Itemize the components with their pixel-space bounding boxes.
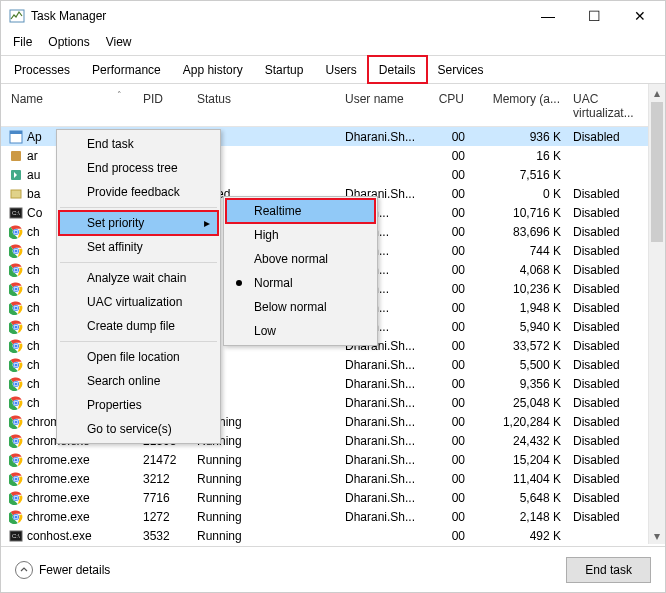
- svg-point-51: [14, 420, 17, 423]
- process-name: chrome.exe: [27, 472, 90, 486]
- cell-mem: 33,572 K: [471, 339, 567, 353]
- svg-point-55: [14, 439, 17, 442]
- fewer-details-button[interactable]: Fewer details: [15, 561, 110, 579]
- cell-mem: 0 K: [471, 187, 567, 201]
- ctx-uac-virtualization[interactable]: UAC virtualization: [59, 290, 218, 314]
- priority-normal[interactable]: Normal: [226, 271, 375, 295]
- ctx-provide-feedback[interactable]: Provide feedback: [59, 180, 218, 204]
- process-icon: [9, 225, 23, 239]
- table-row[interactable]: chrome.exe3212RunningDharani.Sh...0011,4…: [1, 469, 665, 488]
- fewer-details-label: Fewer details: [39, 563, 110, 577]
- menu-options[interactable]: Options: [42, 33, 99, 51]
- footer: Fewer details End task: [1, 546, 665, 592]
- cell-uac: Disabled: [567, 206, 659, 220]
- cell-cpu: 00: [427, 434, 471, 448]
- end-task-button[interactable]: End task: [566, 557, 651, 583]
- tab-app-history[interactable]: App history: [172, 56, 254, 83]
- cell-status: Running: [191, 472, 339, 486]
- cell-mem: 83,696 K: [471, 225, 567, 239]
- process-icon: C:\: [9, 529, 23, 543]
- process-name: ch: [27, 320, 40, 334]
- process-name: conhost.exe: [27, 529, 92, 543]
- col-pid[interactable]: PID: [137, 92, 191, 120]
- tab-startup[interactable]: Startup: [254, 56, 315, 83]
- col-name[interactable]: Name: [1, 92, 137, 120]
- table-row[interactable]: C:\conhost.exe3532Running00492 K: [1, 526, 665, 544]
- col-mem[interactable]: Memory (a...: [471, 92, 567, 120]
- close-button[interactable]: ✕: [617, 1, 663, 31]
- process-name: ar: [27, 149, 38, 163]
- ctx-properties[interactable]: Properties: [59, 393, 218, 417]
- cell-cpu: 00: [427, 415, 471, 429]
- cell-cpu: 00: [427, 263, 471, 277]
- ctx-end-process-tree[interactable]: End process tree: [59, 156, 218, 180]
- svg-rect-3: [11, 151, 21, 161]
- priority-low[interactable]: Low: [226, 319, 375, 343]
- process-icon: [9, 510, 23, 524]
- cell-mem: 5,648 K: [471, 491, 567, 505]
- priority-below-normal[interactable]: Below normal: [226, 295, 375, 319]
- col-user[interactable]: User name: [339, 92, 427, 120]
- priority-realtime[interactable]: Realtime: [226, 199, 375, 223]
- ctx-open-file-location[interactable]: Open file location: [59, 345, 218, 369]
- scroll-thumb[interactable]: [651, 102, 663, 242]
- cell-uac: Disabled: [567, 377, 659, 391]
- cell-uac: Disabled: [567, 358, 659, 372]
- svg-point-39: [14, 363, 17, 366]
- submenu-arrow-icon: ▸: [204, 216, 210, 230]
- svg-point-63: [14, 477, 17, 480]
- tab-processes[interactable]: Processes: [3, 56, 81, 83]
- cell-pid: 21472: [137, 453, 191, 467]
- ctx-analyze-wait-chain[interactable]: Analyze wait chain: [59, 266, 218, 290]
- col-status[interactable]: Status: [191, 92, 339, 120]
- menu-view[interactable]: View: [100, 33, 142, 51]
- col-uac[interactable]: UAC virtualizat...: [567, 92, 659, 120]
- tab-performance[interactable]: Performance: [81, 56, 172, 83]
- context-menu: End task End process tree Provide feedba…: [56, 129, 221, 444]
- process-name: ch: [27, 244, 40, 258]
- cell-uac: Disabled: [567, 187, 659, 201]
- cell-cpu: 00: [427, 472, 471, 486]
- process-icon: [9, 263, 23, 277]
- ctx-create-dump-file[interactable]: Create dump file: [59, 314, 218, 338]
- process-name: ch: [27, 358, 40, 372]
- scroll-up-icon[interactable]: ▴: [649, 84, 665, 101]
- vertical-scrollbar[interactable]: ▴ ▾: [648, 84, 665, 544]
- cell-mem: 4,068 K: [471, 263, 567, 277]
- menu-file[interactable]: File: [7, 33, 42, 51]
- tab-services[interactable]: Services: [427, 56, 495, 83]
- ctx-set-affinity[interactable]: Set affinity: [59, 235, 218, 259]
- cell-user: Dharani.Sh...: [339, 130, 427, 144]
- cell-cpu: 00: [427, 320, 471, 334]
- tab-details[interactable]: Details: [368, 56, 427, 83]
- table-row[interactable]: chrome.exe7716RunningDharani.Sh...005,64…: [1, 488, 665, 507]
- scroll-down-icon[interactable]: ▾: [649, 527, 665, 544]
- priority-above-normal[interactable]: Above normal: [226, 247, 375, 271]
- collapse-icon: [15, 561, 33, 579]
- maximize-button[interactable]: ☐: [571, 1, 617, 31]
- process-icon: [9, 339, 23, 353]
- process-icon: [9, 320, 23, 334]
- cell-mem: 11,404 K: [471, 472, 567, 486]
- col-cpu[interactable]: CPU: [427, 92, 471, 120]
- cell-mem: 16 K: [471, 149, 567, 163]
- minimize-button[interactable]: —: [525, 1, 571, 31]
- svg-point-11: [14, 230, 17, 233]
- cell-cpu: 00: [427, 130, 471, 144]
- cell-mem: 24,432 K: [471, 434, 567, 448]
- cell-mem: 1,948 K: [471, 301, 567, 315]
- table-row[interactable]: chrome.exe1272RunningDharani.Sh...002,14…: [1, 507, 665, 526]
- ctx-search-online[interactable]: Search online: [59, 369, 218, 393]
- ctx-end-task[interactable]: End task: [59, 132, 218, 156]
- ctx-go-to-services[interactable]: Go to service(s): [59, 417, 218, 441]
- process-icon: [9, 434, 23, 448]
- table-row[interactable]: chrome.exe21472RunningDharani.Sh...0015,…: [1, 450, 665, 469]
- ctx-set-priority[interactable]: Set priority▸: [59, 211, 218, 235]
- svg-point-71: [14, 515, 17, 518]
- tab-users[interactable]: Users: [314, 56, 367, 83]
- cell-pid: 1272: [137, 510, 191, 524]
- separator: [60, 262, 217, 263]
- cell-pid: 3212: [137, 472, 191, 486]
- cell-cpu: 00: [427, 358, 471, 372]
- priority-high[interactable]: High: [226, 223, 375, 247]
